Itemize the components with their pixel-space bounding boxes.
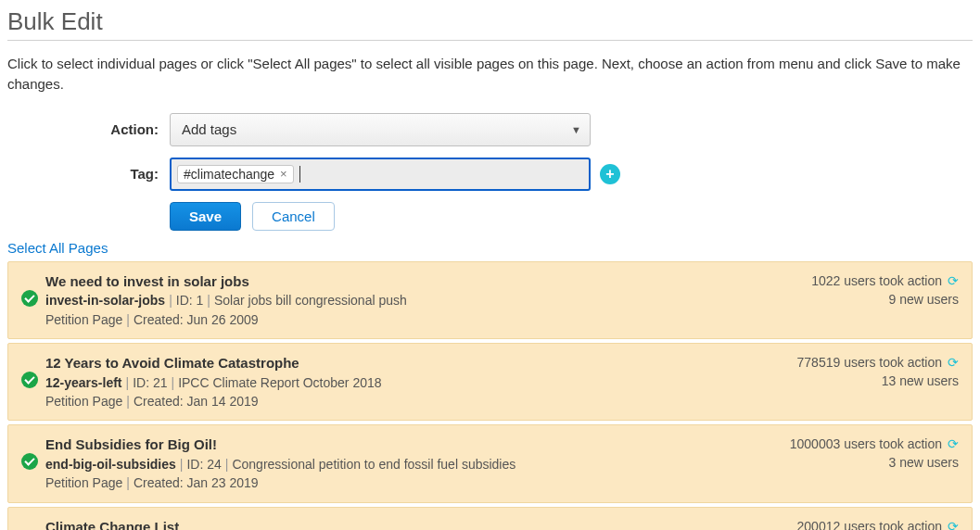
add-tag-button[interactable]: + xyxy=(600,164,620,184)
card-title: 12 Years to Avoid Climate Catastrophe xyxy=(45,353,788,373)
card-main: 12 Years to Avoid Climate Catastrophe12-… xyxy=(45,353,788,410)
card-stats: 778519 users took action⟳13 new users xyxy=(788,353,959,410)
card-main: End Subsidies for Big Oil!end-big-oil-su… xyxy=(45,435,781,492)
intro-text: Click to select individual pages or clic… xyxy=(7,54,973,95)
tag-row: Tag: #climatechange × + xyxy=(7,158,973,191)
check-column xyxy=(21,271,45,329)
divider: | xyxy=(126,375,130,390)
tag-chip-text: #climatechange xyxy=(184,167,274,182)
remove-tag-icon[interactable]: × xyxy=(280,167,287,181)
save-button[interactable]: Save xyxy=(170,202,241,231)
check-column xyxy=(21,353,45,410)
stat-action-count: 1000003 users took action xyxy=(790,435,942,453)
page-card[interactable]: We need to invest in solar jobsinvest-in… xyxy=(7,261,973,339)
stat-action-count: 200012 users took action xyxy=(797,517,942,530)
card-stats: 1022 users took action⟳9 new users xyxy=(802,271,959,329)
card-meta-line: invest-in-solar-jobs|ID: 1|Solar jobs bi… xyxy=(45,291,802,309)
card-main: Climate Change Listclimate-change-list|I… xyxy=(45,517,788,530)
check-icon[interactable] xyxy=(21,290,38,307)
card-slug: 12-years-left xyxy=(45,375,122,390)
divider: | xyxy=(180,457,184,472)
card-type: Petition Page xyxy=(45,475,122,490)
divider: | xyxy=(207,293,210,308)
card-description: Solar jobs bill congressional push xyxy=(214,293,407,308)
stat-row: 1000003 users took action⟳ xyxy=(790,435,959,453)
card-slug: invest-in-solar-jobs xyxy=(45,293,165,308)
action-row: Action: Add tags ▼ xyxy=(7,113,973,146)
refresh-icon[interactable]: ⟳ xyxy=(948,271,959,290)
card-type: Petition Page xyxy=(45,312,122,327)
stat-action-count: 778519 users took action xyxy=(797,353,942,372)
check-icon[interactable] xyxy=(21,453,38,470)
card-created: Created: Jun 26 2009 xyxy=(134,312,259,327)
stat-row: 200012 users took action⟳ xyxy=(797,517,959,530)
refresh-icon[interactable]: ⟳ xyxy=(948,435,959,453)
card-title: End Subsidies for Big Oil! xyxy=(45,435,781,455)
refresh-icon[interactable]: ⟳ xyxy=(948,353,959,372)
card-id: ID: 21 xyxy=(133,375,167,390)
card-created: Created: Jan 14 2019 xyxy=(134,394,259,409)
card-id: ID: 1 xyxy=(176,293,204,308)
stat-new-users: 9 new users xyxy=(889,290,959,309)
page-card[interactable]: 12 Years to Avoid Climate Catastrophe12-… xyxy=(7,343,973,421)
card-id: ID: 24 xyxy=(186,457,221,472)
card-description: IPCC Climate Report October 2018 xyxy=(178,375,381,390)
check-column xyxy=(21,517,45,530)
refresh-icon[interactable]: ⟳ xyxy=(948,517,959,530)
check-column xyxy=(21,435,45,492)
text-cursor xyxy=(299,166,300,183)
card-type-line: Petition Page|Created: Jan 23 2019 xyxy=(45,473,781,492)
divider: | xyxy=(126,312,130,327)
card-slug: end-big-oil-subsidies xyxy=(45,457,176,472)
card-type: Petition Page xyxy=(45,394,122,409)
tag-chip[interactable]: #climatechange × xyxy=(177,165,294,183)
card-main: We need to invest in solar jobsinvest-in… xyxy=(45,271,802,329)
card-type-line: Petition Page|Created: Jan 14 2019 xyxy=(45,392,788,410)
stat-new-users: 13 new users xyxy=(882,372,959,390)
divider: | xyxy=(126,394,130,409)
select-all-link[interactable]: Select All Pages xyxy=(7,240,973,256)
page-list: We need to invest in solar jobsinvest-in… xyxy=(7,261,973,531)
card-description: Congressional petition to end fossil fue… xyxy=(232,457,515,472)
card-stats: 200012 users took action⟳200011 new user… xyxy=(788,517,959,530)
divider: | xyxy=(126,475,130,490)
action-label: Action: xyxy=(7,121,170,137)
card-stats: 1000003 users took action⟳3 new users xyxy=(781,435,959,492)
stat-row: 1022 users took action⟳ xyxy=(811,271,959,290)
card-meta-line: end-big-oil-subsidies|ID: 24|Congression… xyxy=(45,455,781,473)
tag-label: Tag: xyxy=(7,166,170,182)
action-select[interactable]: Add tags xyxy=(170,113,591,146)
stat-new-users: 3 new users xyxy=(889,453,959,472)
stat-action-count: 1022 users took action xyxy=(811,271,942,290)
card-type-line: Petition Page|Created: Jun 26 2009 xyxy=(45,310,802,329)
divider: | xyxy=(169,293,172,308)
card-created: Created: Jan 23 2019 xyxy=(134,475,259,490)
card-title: We need to invest in solar jobs xyxy=(45,271,802,292)
stat-row: 778519 users took action⟳ xyxy=(797,353,959,372)
page-card[interactable]: Climate Change Listclimate-change-list|I… xyxy=(7,507,973,530)
divider: | xyxy=(225,457,229,472)
card-meta-line: 12-years-left|ID: 21|IPCC Climate Report… xyxy=(45,373,788,392)
check-icon[interactable] xyxy=(21,372,38,388)
page-title: Bulk Edit xyxy=(7,7,973,41)
divider: | xyxy=(172,375,175,390)
cancel-button[interactable]: Cancel xyxy=(252,202,335,231)
card-title: Climate Change List xyxy=(45,517,788,530)
tag-input[interactable]: #climatechange × xyxy=(170,158,591,191)
page-card[interactable]: End Subsidies for Big Oil!end-big-oil-su… xyxy=(7,424,973,502)
